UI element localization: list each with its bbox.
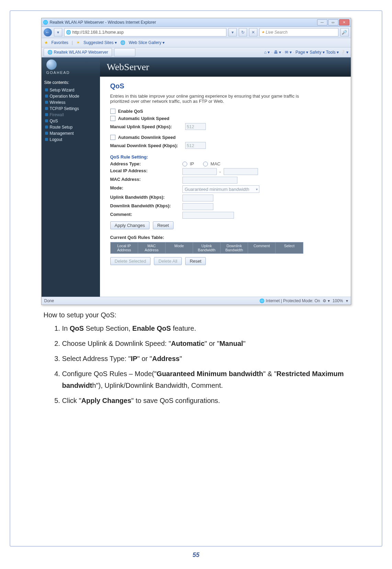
stop-button[interactable]: ✕ — [249, 28, 257, 36]
new-tab[interactable] — [114, 48, 135, 56]
page-icon: 🌐 — [66, 30, 71, 35]
mac-radio[interactable] — [203, 162, 208, 166]
tab-webserver[interactable]: 🌐 Realtek WLAN AP Webserver — [44, 48, 112, 56]
sidebar-item-setup-wizard[interactable]: Setup Wizard — [44, 87, 100, 93]
page-menu[interactable]: Page ▾ — [295, 50, 308, 55]
manual-uplink-input[interactable]: 512 — [185, 123, 206, 130]
page-banner: GOAHEAD WebServer — [42, 57, 351, 77]
ip-dash: - — [220, 169, 221, 174]
sidebar-item-route-setup[interactable]: Route Setup — [44, 124, 100, 130]
zone-icon: 🌐 — [259, 298, 265, 303]
favorites-bar: ★ Favorites | ☀ Suggested Sites ▾ 🌐 Web … — [42, 38, 351, 47]
sidebar-item-wireless[interactable]: Wireless — [44, 99, 100, 106]
th-uplink: Uplink Bandwidth — [193, 242, 221, 253]
local-ip-to[interactable] — [224, 168, 258, 175]
page-heading: QoS — [110, 82, 343, 90]
favorites-star-icon[interactable]: ★ — [44, 40, 48, 45]
step-2: Choose Uplink & Downlink Speed: "Automat… — [62, 338, 351, 349]
window-title: Realtek WLAN AP Webserver - Windows Inte… — [50, 20, 317, 25]
instructions-block: How to setup your QoS: In QoS Setup Sect… — [42, 311, 351, 406]
downlink-bw-label: Downlink Bandwidth (Kbps): — [110, 203, 182, 210]
sidebar-item-qos[interactable]: QoS — [44, 118, 100, 124]
auto-uplink-checkbox[interactable] — [110, 116, 115, 121]
step-4: Configure QoS Rules – Mode("Guaranteed M… — [62, 368, 351, 391]
delete-selected-button[interactable]: Delete Selected — [110, 257, 151, 265]
address-bar[interactable]: 🌐 http://192.168.1.1/home.asp — [64, 28, 226, 36]
page-description: Entries in this table improve your onlin… — [110, 94, 303, 104]
comment-input[interactable] — [182, 212, 234, 219]
zone-label: Internet | Protected Mode: On — [266, 298, 320, 303]
local-ip-label: Local IP Address: — [110, 168, 182, 175]
goahead-label: GOAHEAD — [46, 70, 100, 75]
th-comment: Comment — [248, 242, 276, 253]
comment-label: Comment: — [110, 212, 182, 219]
sidebar-item-tcpip-settings[interactable]: TCP/IP Settings — [44, 106, 100, 112]
mac-label: MAC — [211, 161, 221, 166]
enable-qos-checkbox[interactable] — [110, 109, 115, 114]
back-button[interactable]: ← — [44, 28, 52, 36]
tab-bar: 🌐 Realtek WLAN AP Webserver ⌂ ▾· 🖶 ▾· ✉ … — [42, 47, 351, 57]
uplink-bw-input[interactable] — [182, 195, 213, 201]
help-menu[interactable]: ❔ ▾ — [340, 50, 348, 55]
auto-downlink-checkbox[interactable] — [110, 135, 115, 140]
step-3: Select Address Type: "IP" or "Address" — [62, 353, 351, 364]
rule-setting-title: QoS Rule Setting: — [110, 154, 343, 160]
mac-address-input[interactable] — [182, 177, 237, 184]
url-dropdown[interactable]: ▾ — [228, 28, 237, 36]
mode-label: Mode: — [110, 185, 182, 193]
forward-button[interactable]: ▾ — [54, 28, 62, 36]
minimize-button[interactable]: — — [317, 19, 327, 25]
search-box[interactable]: ✦ Live Search — [259, 28, 338, 36]
apply-changes-button[interactable]: Apply Changes — [110, 221, 149, 229]
search-go-button[interactable]: 🔎 — [340, 28, 349, 36]
tools-menu[interactable]: Tools ▾ — [326, 50, 339, 55]
reset-table-button[interactable]: Reset — [185, 257, 206, 265]
th-downlink: Downlink Bandwidth — [221, 242, 248, 253]
feed-menu[interactable]: 🖶 ▾ — [274, 50, 281, 55]
sidebar-item-firewall[interactable]: Firewall — [44, 112, 100, 118]
zoom-splitter[interactable]: ⚙ ▾ — [323, 298, 329, 303]
sidebar-item-logout[interactable]: Logout — [44, 136, 100, 143]
uplink-bw-label: Uplink Bandwidth (Kbps): — [110, 195, 182, 201]
enable-qos-label: Enable QoS — [118, 109, 143, 114]
maximize-button[interactable]: ▭ — [328, 19, 338, 25]
favorites-label[interactable]: Favorites — [52, 40, 68, 45]
safety-menu[interactable]: Safety ▾ — [310, 50, 324, 55]
auto-downlink-label: Automatic Downlink Speed — [118, 135, 176, 140]
reset-button[interactable]: Reset — [153, 221, 173, 229]
local-ip-from[interactable] — [182, 168, 217, 175]
sidebar-title: Site contents: — [44, 80, 100, 85]
sidebar-item-management[interactable]: Management — [44, 130, 100, 136]
browser-window: 🌐 Realtek WLAN AP Webserver - Windows In… — [41, 18, 351, 305]
sidebar-item-operation-mode[interactable]: Operation Mode — [44, 93, 100, 99]
address-type-label: Address Type: — [110, 161, 182, 166]
status-bar: Done 🌐 Internet | Protected Mode: On ⚙ ▾… — [42, 297, 351, 305]
webslice-icon: 🌐 — [120, 40, 125, 45]
window-titlebar: 🌐 Realtek WLAN AP Webserver - Windows In… — [42, 18, 351, 27]
ip-radio[interactable] — [182, 162, 187, 166]
home-menu[interactable]: ⌂ ▾ — [264, 50, 270, 55]
th-select: Select — [276, 242, 303, 253]
search-provider: Live Search — [266, 30, 288, 35]
th-local-ip: Local IP Address — [111, 242, 138, 253]
close-button[interactable]: ✕ — [339, 19, 349, 25]
refresh-button[interactable]: ↻ — [239, 28, 247, 36]
mode-select[interactable]: Guaranteed minimum bandwidth — [182, 185, 259, 193]
zoom-value[interactable]: 100% — [333, 298, 343, 303]
manual-downlink-input[interactable]: 512 — [185, 142, 206, 149]
tab-icon: 🌐 — [47, 50, 53, 55]
suggested-sites[interactable]: Suggested Sites ▾ — [83, 40, 117, 45]
tab-label: Realtek WLAN AP Webserver — [54, 50, 108, 55]
delete-all-button[interactable]: Delete All — [154, 257, 182, 265]
th-mode: Mode — [166, 242, 193, 253]
search-provider-icon: ✦ — [261, 30, 265, 35]
web-slice-gallery[interactable]: Web Slice Gallery ▾ — [129, 40, 165, 45]
downlink-bw-input[interactable] — [182, 203, 213, 210]
status-done: Done — [44, 298, 54, 303]
url-text: http://192.168.1.1/home.asp — [72, 30, 124, 35]
zoom-dropdown[interactable]: ▾ — [346, 298, 348, 303]
current-rules-title: Current QoS Rules Table: — [110, 235, 343, 240]
mail-menu[interactable]: ✉ ▾ — [285, 50, 291, 55]
rules-table: Local IP Address MAC Address Mode Uplink… — [110, 242, 303, 254]
nav-bar: ← ▾ 🌐 http://192.168.1.1/home.asp ▾ ↻ ✕ … — [42, 27, 351, 38]
